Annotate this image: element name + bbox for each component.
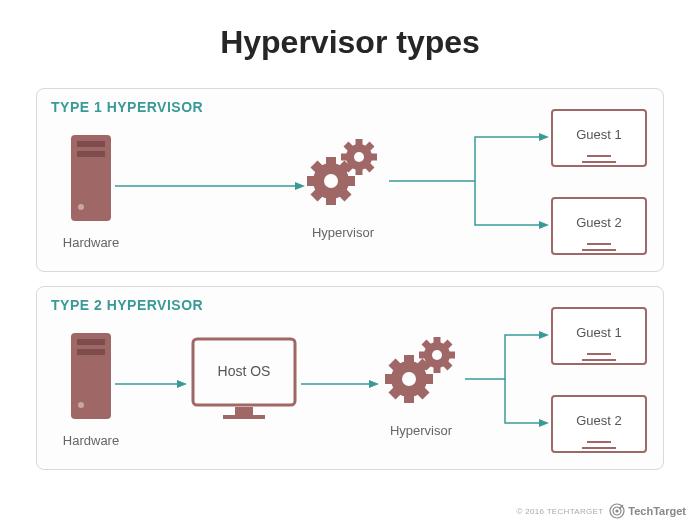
guest2-label-2: Guest 2 <box>559 403 639 437</box>
hypervisor-label-2: Hypervisor <box>381 423 461 438</box>
tower-icon <box>69 133 113 225</box>
svg-rect-21 <box>77 339 105 345</box>
arrow-hostos-hyp <box>301 379 379 389</box>
svg-point-23 <box>78 402 84 408</box>
monitor-icon <box>189 335 299 423</box>
svg-rect-20 <box>71 333 111 419</box>
arrow-hw-hostos <box>115 379 187 389</box>
gears-icon <box>381 333 461 413</box>
guest2-box-2: Guest 2 <box>551 395 647 453</box>
svg-marker-43 <box>539 331 549 339</box>
guest2-box: Guest 2 <box>551 197 647 255</box>
copyright-text: © 2016 TECHTARGET <box>517 507 604 516</box>
guest1-box-2: Guest 1 <box>551 307 647 365</box>
svg-point-36 <box>402 372 416 386</box>
svg-rect-22 <box>77 349 105 355</box>
svg-rect-28 <box>223 415 265 419</box>
brand-text: TechTarget <box>628 505 686 517</box>
hypervisor-block-2: Hypervisor <box>381 333 461 438</box>
hostos-block: Host OS <box>189 335 299 427</box>
svg-marker-19 <box>539 221 549 229</box>
guest1-label: Guest 1 <box>559 117 639 151</box>
panel2-title: TYPE 2 HYPERVISOR <box>51 297 203 313</box>
target-icon <box>609 503 625 519</box>
arrow-hyp-guests-2 <box>465 323 549 435</box>
panel1-title: TYPE 1 HYPERVISOR <box>51 99 203 115</box>
hostos-label: Host OS <box>189 363 299 379</box>
svg-point-17 <box>354 152 364 162</box>
gears-icon <box>303 135 383 215</box>
hypervisor-block: Hypervisor <box>303 135 383 240</box>
svg-rect-1 <box>77 141 105 147</box>
svg-marker-18 <box>539 133 549 141</box>
hardware-block: Hardware <box>61 133 121 250</box>
panel-type1: TYPE 1 HYPERVISOR Hardware <box>36 88 664 272</box>
svg-point-47 <box>616 509 619 512</box>
hardware-label: Hardware <box>61 235 121 250</box>
arrow-hw-hyp <box>115 181 305 191</box>
svg-marker-25 <box>177 380 187 388</box>
svg-point-11 <box>324 174 338 188</box>
guest2-label: Guest 2 <box>559 205 639 239</box>
svg-marker-44 <box>539 419 549 427</box>
tower-icon <box>69 331 113 423</box>
svg-point-42 <box>432 350 442 360</box>
svg-point-3 <box>78 204 84 210</box>
svg-rect-0 <box>71 135 111 221</box>
hardware-block-2: Hardware <box>61 331 121 448</box>
brand-logo: TechTarget <box>609 503 686 519</box>
page-title: Hypervisor types <box>0 0 700 79</box>
footer: © 2016 TECHTARGET TechTarget <box>517 503 686 519</box>
guest1-label-2: Guest 1 <box>559 315 639 349</box>
hypervisor-label: Hypervisor <box>303 225 383 240</box>
arrow-hyp-guests <box>389 125 549 237</box>
hardware-label-2: Hardware <box>61 433 121 448</box>
guest1-box: Guest 1 <box>551 109 647 167</box>
panel-type2: TYPE 2 HYPERVISOR Hardware Host OS <box>36 286 664 470</box>
svg-rect-27 <box>235 407 253 415</box>
svg-marker-30 <box>369 380 379 388</box>
svg-rect-2 <box>77 151 105 157</box>
